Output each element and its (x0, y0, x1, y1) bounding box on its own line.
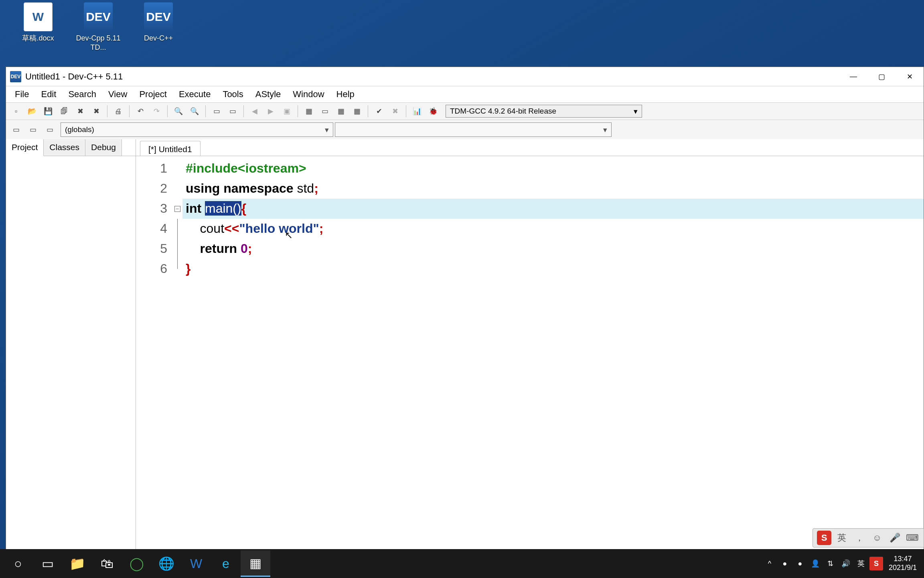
start-button[interactable]: ○ (3, 550, 33, 577)
nav-stop-button[interactable]: ▣ (279, 104, 294, 118)
tray-clock[interactable]: 13:47 2021/9/1 (885, 555, 921, 572)
code-editor[interactable]: 1 2 3 4 5 6 − #include<iostream> using n (136, 156, 924, 578)
sidebar: Project Classes Debug (6, 139, 136, 578)
ime-keyboard-icon[interactable]: ⌨ (905, 531, 920, 545)
minimize-button[interactable]: — (839, 67, 867, 86)
new-class-button[interactable]: ▭ (8, 122, 24, 137)
ime-punct-icon[interactable]: ， (852, 531, 867, 545)
tray-ime-lang[interactable]: 英 (854, 557, 868, 570)
edge-button[interactable]: ◯ (122, 550, 152, 577)
close-all-button[interactable]: ✖ (89, 104, 104, 118)
word-button[interactable]: W (181, 550, 211, 577)
redo-button[interactable]: ↷ (149, 104, 164, 118)
compiler-select[interactable]: TDM-GCC 4.9.2 64-bit Release ▾ (446, 105, 642, 118)
replace-button[interactable]: 🔍 (187, 104, 202, 118)
sidebar-tabs: Project Classes Debug (6, 139, 136, 156)
word-icon: W (24, 2, 53, 31)
profile-button[interactable]: 📊 (409, 104, 425, 118)
tray-volume-icon[interactable]: 🔊 (839, 557, 853, 570)
desktop-icon-label: 草稿.docx (12, 34, 64, 43)
maximize-button[interactable]: ▢ (867, 67, 896, 86)
store-button[interactable]: 🛍 (92, 550, 122, 577)
menu-edit[interactable]: Edit (35, 87, 62, 102)
syntax-check-button[interactable]: ✔ (371, 104, 387, 118)
bookmark-button[interactable]: ▭ (42, 122, 57, 137)
devcpp-window: DEV Untitled1 - Dev-C++ 5.11 — ▢ ✕ File … (6, 67, 924, 578)
menu-view[interactable]: View (103, 87, 133, 102)
insert-button[interactable]: ▭ (25, 122, 41, 137)
abort-button[interactable]: ✖ (387, 104, 403, 118)
find-button[interactable]: 🔍 (171, 104, 186, 118)
taskbar[interactable]: ○ ▭ 📁 🛍 ◯ 🌐 W e ▦ ^ ● ● 👤 ⇅ 🔊 英 S 13:47 … (0, 549, 924, 578)
scope-select[interactable]: (globals) ▾ (61, 122, 333, 137)
menu-astyle[interactable]: AStyle (250, 87, 287, 102)
menu-execute[interactable]: Execute (173, 87, 217, 102)
menu-file[interactable]: File (9, 87, 34, 102)
titlebar[interactable]: DEV Untitled1 - Dev-C++ 5.11 — ▢ ✕ (6, 67, 924, 86)
menu-search[interactable]: Search (63, 87, 102, 102)
menu-tools[interactable]: Tools (217, 87, 249, 102)
toolbar-separator (205, 105, 206, 117)
ime-emoji-icon[interactable]: ☺ (870, 531, 884, 545)
run-button[interactable]: ▭ (317, 104, 332, 118)
sogou-ime-icon[interactable]: S (817, 531, 831, 545)
task-view-button[interactable]: ▭ (33, 550, 63, 577)
save-all-button[interactable]: 🗐 (57, 104, 72, 118)
tray-sogou-icon[interactable]: S (869, 557, 883, 570)
function-select[interactable]: ▾ (335, 122, 612, 137)
compiler-select-value: TDM-GCC 4.9.2 64-bit Release (450, 107, 556, 116)
menu-help[interactable]: Help (331, 87, 360, 102)
chrome-button[interactable]: 🌐 (152, 550, 181, 577)
fold-gutter: − (172, 156, 182, 578)
undo-button[interactable]: ↶ (133, 104, 148, 118)
toggle-bookmark-button[interactable]: ▭ (209, 104, 224, 118)
window-title: Untitled1 - Dev-C++ 5.11 (25, 71, 839, 82)
tray-app-icon[interactable]: ● (793, 557, 807, 570)
open-file-button[interactable]: 📂 (24, 104, 40, 118)
nav-forward-button[interactable]: ▶ (263, 104, 278, 118)
tab-debug[interactable]: Debug (85, 139, 122, 156)
devcpp-taskbar-button[interactable]: ▦ (241, 550, 270, 577)
new-file-button[interactable]: ▫ (8, 104, 24, 118)
ie-button[interactable]: e (211, 550, 241, 577)
debug-button[interactable]: 🐞 (426, 104, 441, 118)
sidebar-body (6, 156, 136, 578)
print-button[interactable]: 🖨 (111, 104, 126, 118)
ime-bar[interactable]: S 英 ， ☺ 🎤 ⌨ (813, 528, 924, 547)
chevron-down-icon: ▾ (634, 107, 638, 116)
desktop-icon-devcpp-installer[interactable]: DEV Dev-Cpp 5.11 TD... (72, 2, 124, 53)
ime-voice-icon[interactable]: 🎤 (888, 531, 902, 545)
ime-lang-toggle[interactable]: 英 (835, 531, 849, 545)
toolbar-separator (107, 105, 107, 117)
file-explorer-button[interactable]: 📁 (63, 550, 92, 577)
work-area: Project Classes Debug [*] Untitled1 1 2 … (6, 139, 924, 578)
tab-classes[interactable]: Classes (44, 139, 85, 156)
editor-tab-untitled1[interactable]: [*] Untitled1 (140, 141, 201, 156)
dev-icon: DEV (84, 2, 113, 31)
desktop-icon-word[interactable]: W 草稿.docx (12, 2, 64, 43)
nav-back-button[interactable]: ◀ (247, 104, 262, 118)
goto-bookmark-button[interactable]: ▭ (225, 104, 240, 118)
system-tray: ^ ● ● 👤 ⇅ 🔊 英 S 13:47 2021/9/1 (763, 555, 921, 572)
close-button[interactable]: ✕ (896, 67, 924, 86)
save-button[interactable]: 💾 (41, 104, 56, 118)
tab-project[interactable]: Project (6, 139, 44, 156)
chevron-down-icon: ▾ (603, 125, 607, 134)
tray-time: 13:47 (889, 555, 917, 564)
app-icon: DEV (10, 71, 21, 82)
tray-app-icon[interactable]: ● (778, 557, 792, 570)
tray-network-icon[interactable]: ⇅ (824, 557, 837, 570)
compile-run-button[interactable]: ▦ (333, 104, 349, 118)
compile-button[interactable]: ▦ (301, 104, 316, 118)
desktop-icon-label: Dev-C++ (132, 34, 184, 43)
code-content[interactable]: #include<iostream> using namespace std; … (182, 156, 924, 578)
line-number: 2 (136, 179, 167, 199)
tray-people-icon[interactable]: 👤 (808, 557, 822, 570)
rebuild-button[interactable]: ▦ (349, 104, 365, 118)
menu-window[interactable]: Window (287, 87, 330, 102)
close-file-button[interactable]: ✖ (73, 104, 88, 118)
tray-chevron-icon[interactable]: ^ (763, 557, 776, 570)
menu-project[interactable]: Project (134, 87, 172, 102)
desktop-icon-devcpp[interactable]: DEV Dev-C++ (132, 2, 184, 43)
fold-collapse-icon[interactable]: − (174, 206, 180, 212)
